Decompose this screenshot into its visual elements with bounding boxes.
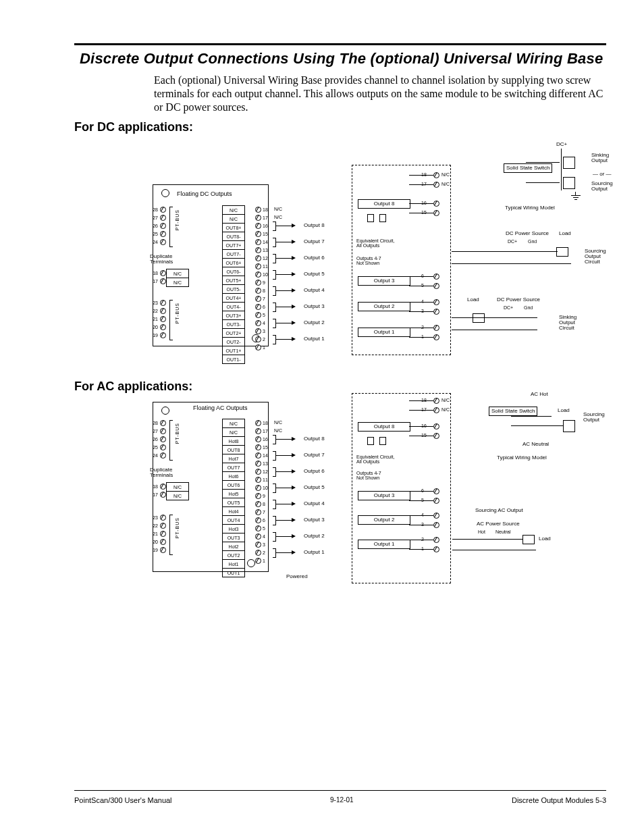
ac-hot-label: AC Hot	[531, 392, 548, 397]
ptbus-label-bot: PT-BUS	[175, 517, 180, 538]
typical-wiring-model: Typical Wiring Model	[497, 455, 547, 461]
dc-power-source-label-1: DC Power Source	[506, 231, 549, 236]
notshown-label: Outputs 4-7 Not Shown	[356, 471, 381, 480]
left-term-nums-bot: 23 22 21 20 19	[146, 298, 158, 339]
top-rule	[74, 43, 606, 45]
ptbus-bracket-top	[169, 207, 173, 247]
mount-hole-top	[161, 407, 169, 415]
footer-left: PointScan/300 User's Manual	[74, 796, 172, 804]
ac-diagram: Floating AC Outputs 28 27 26 25 24 PT-BU…	[153, 397, 618, 593]
duplicate-terminals-label: Duplicate Terminals	[150, 467, 173, 478]
out1-chip: Output 1	[358, 328, 410, 337]
left-title: Floating DC Outputs	[177, 191, 232, 197]
dcplus-label: DC+	[556, 142, 567, 147]
dcplus-rail	[561, 149, 562, 190]
load-block-2	[473, 313, 485, 323]
left-term-nums-top: 28 27 26 25 24	[146, 419, 158, 459]
load-label-2: Load	[467, 297, 479, 303]
sourcing-output-label: Sourcing Output	[591, 181, 613, 192]
powered-label: Powered	[286, 574, 308, 579]
ac-power-source: AC Power Source	[477, 521, 520, 527]
footer-right: Discrete Output Modules 5-3	[512, 796, 606, 804]
switch-box-top	[563, 157, 575, 169]
load-label: Load	[558, 408, 570, 413]
dc-power-source-label-2: DC Power Source	[497, 297, 540, 303]
page-footer: PointScan/300 User's Manual 9-12-01 Disc…	[74, 796, 606, 804]
out8-chip: Output 8	[358, 199, 410, 209]
sourcing-output-label: Sourcing Output	[583, 412, 605, 423]
solid-state-switch: Solid State Switch	[489, 407, 537, 416]
load-label-1: Load	[559, 231, 571, 236]
typical-wiring-model: Typical Wiring Model	[505, 205, 555, 211]
out8-inner-2	[379, 214, 386, 222]
nc-note-17: N/C	[274, 428, 282, 433]
neutral-label: Neutral	[495, 529, 511, 534]
out2-chip: Output 2	[358, 302, 410, 311]
out8-inner-1	[367, 214, 374, 222]
left-title: Floating AC Outputs	[193, 405, 248, 411]
mount-hole-bot	[247, 559, 255, 567]
dcplus-label-2: DC+	[508, 239, 517, 244]
sinking-output-circuit: Sinking Output Circuit	[559, 315, 576, 331]
nc-note-18: N/C	[274, 207, 282, 211]
ac-neutral-label: AC Neutral	[522, 442, 549, 447]
right-term-table: N/CN/CHot8OUT8Hot7OUT7Hot6OUT6Hot5OUT5Ho…	[222, 419, 245, 577]
gnd-label-1: Gnd	[528, 239, 537, 244]
solid-state-switch: Solid State Switch	[504, 163, 552, 173]
duplicate-terminals-label: Duplicate Terminals	[150, 254, 173, 265]
dup-term-table: N/C N/C	[166, 269, 189, 287]
intro-paragraph: Each (optional) Universal Wiring Base pr…	[154, 74, 603, 114]
equivalent-circuit-box: Output 8 Equivalent Circuit, All Outputs…	[352, 393, 451, 583]
left-term-nums-top: 28 27 26 25 24	[146, 205, 158, 246]
right-term-table: N/CN/COUT8+OUT8-OUT7+OUT7-OUT6+OUT6-OUT5…	[222, 205, 245, 364]
mount-hole-top	[161, 189, 169, 197]
dcplus-label-3: DC+	[504, 305, 513, 310]
footer-rule	[74, 790, 606, 791]
out3-chip: Output 3	[358, 491, 410, 500]
section-ac-heading: For AC applications:	[74, 380, 192, 394]
ptbus-label-top: PT-BUS	[175, 423, 180, 444]
section-dc-heading: For DC applications:	[74, 120, 193, 134]
eq-label: Equivalent Circuit, All Outputs	[356, 238, 394, 248]
ground-symbol	[571, 192, 581, 200]
load-block-1	[556, 247, 568, 257]
load-label-2: Load	[539, 536, 551, 542]
ptbus-label-bot: PT-BUS	[175, 303, 180, 323]
nc-note-17: N/C	[274, 215, 282, 219]
hot-label: Hot	[478, 529, 485, 534]
equivalent-circuit-box: Output 8 Equivalent Circuit, All Outputs…	[352, 165, 451, 355]
out8-chip: Output 8	[358, 422, 410, 432]
ptbus-bracket-bot	[169, 300, 173, 340]
out2-chip: Output 2	[358, 515, 410, 525]
sourcing-output-circuit: Sourcing Output Circuit	[585, 249, 606, 265]
load-block	[522, 535, 535, 544]
page-title: Discrete Output Connections Using The (o…	[80, 50, 603, 68]
switch-box	[563, 420, 575, 432]
eq-label: Equivalent Circuit, All Outputs	[356, 454, 394, 464]
or-label: — or —	[593, 172, 612, 177]
sinking-output-label: Sinking Output	[591, 153, 609, 163]
nc-note-18: N/C	[274, 420, 282, 425]
out3-chip: Output 3	[358, 276, 410, 286]
footer-mid: 9-12-01	[330, 796, 353, 804]
ptbus-label-top: PT-BUS	[175, 209, 180, 230]
dup-term-table: N/C N/C	[166, 482, 189, 500]
left-term-nums-bot: 23 22 21 20 19	[146, 513, 158, 554]
sourcing-ac-output: Sourcing AC Output	[475, 508, 523, 513]
notshown-label: Outputs 4-7 Not Shown	[356, 256, 381, 265]
dc-diagram: Floating DC Outputs 28 27 26 25 24 PT-BU…	[153, 142, 618, 358]
dup-term-nums: 18 17	[146, 269, 158, 285]
gnd-label-2: Gnd	[524, 305, 533, 310]
out1-chip: Output 1	[358, 540, 410, 549]
switch-box-bot	[563, 177, 575, 189]
